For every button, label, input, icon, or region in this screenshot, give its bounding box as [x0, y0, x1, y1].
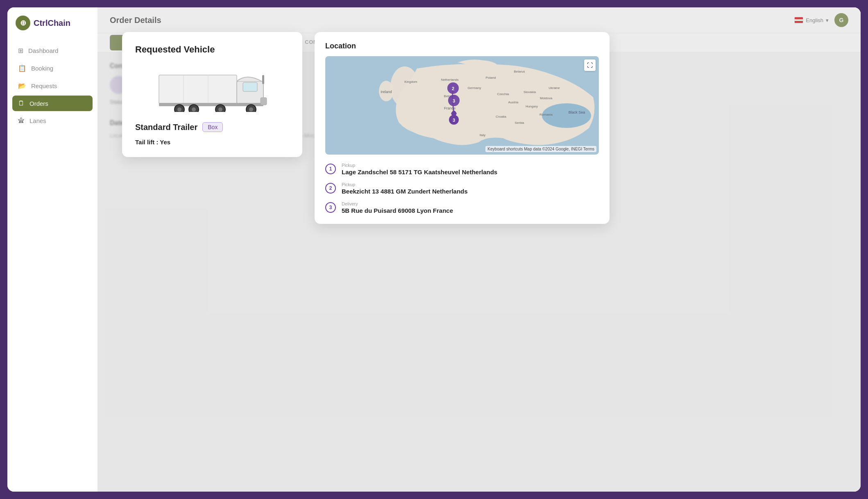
svg-point-7 [249, 107, 253, 112]
svg-text:Croatia: Croatia [496, 115, 506, 118]
svg-text:Slovakia: Slovakia [524, 90, 536, 94]
truck-illustration [135, 65, 289, 114]
vehicle-card: Requested Vehicle [122, 32, 302, 157]
modal-backdrop: Requested Vehicle [97, 7, 861, 492]
sidebar: ⊕ CtrlChain ⊞ Dashboard 📋 Booking 📂 Requ… [7, 7, 97, 492]
svg-text:Serbia: Serbia [514, 121, 524, 125]
sidebar-logo: ⊕ CtrlChain [7, 16, 97, 43]
svg-text:Poland: Poland [486, 76, 496, 80]
sidebar-item-orders[interactable]: 🗒 Orders [12, 96, 93, 111]
sidebar-item-label: Dashboard [28, 47, 58, 54]
stop-3-info: Delivery 5B Rue du Puisard 69008 Lyon Fr… [342, 201, 453, 214]
vehicle-type-badge: Box [202, 122, 223, 132]
stop-2-type: Pickup [342, 182, 468, 187]
sidebar-item-dashboard[interactable]: ⊞ Dashboard [12, 43, 93, 59]
vehicle-card-title: Requested Vehicle [135, 44, 289, 55]
stop-1-address: Lage Zandschel 58 5171 TG Kaatsheuvel Ne… [342, 169, 497, 175]
sidebar-item-label: Lanes [29, 117, 46, 124]
svg-rect-14 [261, 98, 267, 105]
svg-text:Ireland: Ireland [381, 90, 392, 94]
stop-2-info: Pickup Beekzicht 13 4881 GM Zundert Neth… [342, 182, 468, 195]
location-modal: Location [315, 32, 610, 224]
stop-1-info: Pickup Lage Zandschel 58 5171 TG Kaatshe… [342, 163, 497, 175]
svg-rect-4 [243, 82, 257, 91]
tail-lift-value: Yes [160, 139, 170, 146]
svg-point-11 [192, 107, 196, 112]
location-item-1: 1 Pickup Lage Zandschel 58 5171 TG Kaats… [325, 163, 599, 175]
stop-number-1: 1 [325, 164, 336, 174]
svg-text:Kingdom: Kingdom [404, 80, 417, 84]
svg-text:Netherlands: Netherlands [441, 78, 458, 82]
svg-text:Italy: Italy [480, 133, 486, 137]
svg-text:Moldova: Moldova [540, 96, 553, 100]
lanes-icon: 🛣 [18, 117, 25, 124]
sidebar-item-label: Orders [29, 100, 48, 107]
svg-text:Black Sea: Black Sea [569, 110, 585, 114]
stop-2-address: Beekzicht 13 4881 GM Zundert Netherlands [342, 188, 468, 195]
dashboard-icon: ⊞ [18, 47, 23, 55]
location-item-3: 3 Delivery 5B Rue du Puisard 69008 Lyon … [325, 201, 599, 214]
svg-text:Germany: Germany [468, 86, 481, 90]
map-container: Ireland Kingdom Netherlands Poland Belar… [325, 56, 599, 155]
location-title: Location [325, 42, 599, 50]
booking-icon: 📋 [18, 64, 26, 72]
svg-text:Czechia: Czechia [497, 92, 509, 96]
tail-lift-info: Tail lift : Yes [135, 139, 289, 146]
truck-svg [155, 67, 270, 112]
svg-point-9 [177, 107, 181, 112]
stop-3-type: Delivery [342, 201, 453, 206]
sidebar-item-label: Booking [31, 65, 53, 72]
svg-rect-0 [159, 75, 237, 104]
vehicle-name: Standard Trailer [135, 123, 197, 132]
map-svg: Ireland Kingdom Netherlands Poland Belar… [325, 56, 599, 155]
map-attribution: Keyboard shortcuts Map data ©2024 Google… [485, 146, 596, 152]
stop-1-type: Pickup [342, 163, 497, 168]
svg-text:Hungary: Hungary [526, 105, 538, 108]
sidebar-nav: ⊞ Dashboard 📋 Booking 📂 Requests 🗒 Order… [7, 43, 97, 128]
svg-text:3: 3 [453, 118, 455, 123]
svg-point-13 [218, 107, 222, 112]
svg-text:Belarus: Belarus [514, 70, 525, 73]
tail-lift-label: Tail lift [135, 139, 154, 146]
stop-number-3: 3 [325, 202, 336, 213]
location-item-2: 2 Pickup Beekzicht 13 4881 GM Zundert Ne… [325, 182, 599, 195]
sidebar-item-label: Requests [31, 82, 57, 89]
logo-icon: ⊕ [16, 16, 30, 30]
svg-text:2: 2 [452, 86, 454, 91]
requests-icon: 📂 [18, 82, 26, 90]
app-container: ⊕ CtrlChain ⊞ Dashboard 📋 Booking 📂 Requ… [7, 7, 861, 492]
map-fullscreen-button[interactable]: ⛶ [584, 59, 596, 71]
main-content: Order Details English ▾ G INFO CARGO DOC… [97, 7, 861, 492]
vehicle-name-row: Standard Trailer Box [135, 122, 289, 132]
svg-text:Austria: Austria [508, 100, 519, 104]
location-items: 1 Pickup Lage Zandschel 58 5171 TG Kaats… [325, 163, 599, 214]
svg-rect-15 [262, 75, 264, 84]
svg-text:3: 3 [453, 98, 455, 103]
svg-text:Romania: Romania [539, 113, 553, 116]
svg-text:Ukraine: Ukraine [548, 86, 560, 90]
sidebar-item-requests[interactable]: 📂 Requests [12, 78, 93, 94]
stop-3-address: 5B Rue du Puisard 69008 Lyon France [342, 207, 453, 214]
sidebar-item-lanes[interactable]: 🛣 Lanes [12, 113, 93, 128]
stop-number-2: 2 [325, 183, 336, 194]
sidebar-item-booking[interactable]: 📋 Booking [12, 60, 93, 76]
app-name: CtrlChain [34, 18, 70, 28]
orders-icon: 🗒 [18, 100, 25, 107]
